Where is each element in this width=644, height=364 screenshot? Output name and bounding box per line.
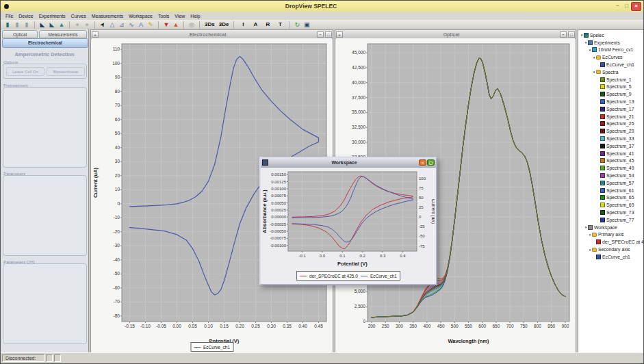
panel-collapse-button[interactable]: + bbox=[336, 31, 343, 38]
bipotentiostat-button[interactable]: Bipotentiostat bbox=[47, 67, 85, 76]
tab-electrochemical[interactable]: Electrochemical bbox=[2, 38, 88, 48]
tree-item-spectrum-29[interactable]: Spectrum_29 bbox=[578, 127, 643, 135]
tree-item-spectrum-77[interactable]: Spectrum_77 bbox=[578, 216, 643, 224]
workspace-close-button[interactable]: × bbox=[419, 159, 426, 166]
button-a[interactable]: A bbox=[250, 21, 261, 29]
tree-item-spectrum-65[interactable]: Spectrum_65 bbox=[578, 194, 643, 202]
tree-item-spectrum-9[interactable]: Spectrum_9 bbox=[578, 90, 643, 98]
tree-item-label: Primary axis bbox=[598, 232, 623, 237]
tree-item-spectrum-13[interactable]: Spectrum_13 bbox=[578, 98, 643, 105]
tree-item-spelec[interactable]: ▾Spelec bbox=[578, 31, 643, 39]
tree-item-spectrum-57[interactable]: Spectrum_57 bbox=[578, 179, 643, 187]
tree-item-spectrum-45[interactable]: Spectrum_45 bbox=[578, 157, 643, 165]
tree-item-eccurve-ch1[interactable]: EcCurve_ch1 bbox=[578, 253, 643, 261]
svg-text:0: 0 bbox=[363, 319, 365, 324]
tree-item-secondary-axis[interactable]: ▾Secondary axis bbox=[578, 246, 643, 253]
chip-icon bbox=[600, 129, 605, 133]
new-experiment-icon[interactable]: ▮ bbox=[3, 21, 12, 29]
button-r[interactable]: R bbox=[262, 21, 273, 29]
menu-item-tools[interactable]: Tools bbox=[155, 14, 172, 18]
tree-item-spectrum-17[interactable]: Spectrum_17 bbox=[578, 105, 643, 113]
stop-disabled-icon[interactable]: ● bbox=[83, 21, 91, 29]
toolbar-separator bbox=[199, 21, 200, 29]
tree-item-spectrum-69[interactable]: Spectrum_69 bbox=[578, 201, 643, 209]
tree-item-primary-axis[interactable]: ▾Primary axis bbox=[578, 231, 643, 239]
menu-item-file[interactable]: File bbox=[3, 14, 16, 18]
tree-item-spectrum-21[interactable]: Spectrum_21 bbox=[578, 113, 643, 120]
tree-item-10mm-ferro-cv1[interactable]: ▾10mM Ferro_cv1 bbox=[578, 47, 643, 54]
menu-item-measurements[interactable]: Measurements bbox=[89, 14, 126, 18]
tree-item-spectrum-49[interactable]: Spectrum_49 bbox=[578, 164, 643, 172]
toolbar-separator bbox=[34, 21, 35, 29]
button-t[interactable]: T bbox=[274, 21, 285, 29]
menu-item-curves[interactable]: Curves bbox=[68, 14, 89, 18]
open-experiment-icon[interactable]: ▮ bbox=[13, 21, 21, 29]
tree-item-eccurve-ch1[interactable]: EcCurve_ch1 bbox=[578, 61, 643, 68]
menu-item-help[interactable]: Help bbox=[188, 14, 203, 18]
chip-icon bbox=[600, 173, 605, 178]
workspace-maximize-button[interactable]: ▢ bbox=[427, 159, 435, 166]
marker-up-icon[interactable]: ▲ bbox=[172, 21, 180, 29]
panel-minimize-button[interactable]: − bbox=[560, 31, 567, 38]
tree-item-spectra[interactable]: ▾Spectra bbox=[578, 68, 643, 76]
button-i[interactable]: I bbox=[237, 21, 248, 29]
tree-item-spectrum-37[interactable]: Spectrum_37 bbox=[578, 142, 643, 150]
panel-maximize-button[interactable]: □ bbox=[325, 31, 332, 38]
workspace-panel-icon[interactable]: ▣ bbox=[302, 21, 311, 29]
main-area: Optical Measurements Electrochemical Amp… bbox=[1, 29, 643, 354]
panel-collapse-button[interactable]: + bbox=[92, 31, 99, 38]
menu-item-workspace[interactable]: Workspace bbox=[126, 14, 155, 18]
tree-item-spectrum-53[interactable]: Spectrum_53 bbox=[578, 172, 643, 179]
svg-text:0.00025: 0.00025 bbox=[271, 208, 286, 212]
tree-item-label: Spectrum_77 bbox=[606, 218, 634, 222]
optical-panel-title: Optical bbox=[344, 32, 559, 37]
workspace-chart[interactable]: -0.10.00.10.20.30.40.001500.001250.00100… bbox=[261, 168, 435, 268]
refresh-icon[interactable]: ↻ bbox=[293, 21, 301, 29]
tree-item-der-specroec-at-4[interactable]: der_SPECroEC at 4 bbox=[578, 238, 643, 246]
menu-item-device[interactable]: Device bbox=[16, 14, 36, 18]
marker-down-icon[interactable]: ▼ bbox=[162, 21, 170, 29]
tree-item-label: Spectrum_25 bbox=[606, 121, 634, 126]
svg-text:800: 800 bbox=[534, 324, 541, 328]
menu-item-view[interactable]: View bbox=[172, 14, 188, 18]
tree-item-spectrum-33[interactable]: Spectrum_33 bbox=[578, 135, 643, 142]
tab-optical[interactable]: Optical bbox=[2, 30, 38, 38]
cursor-tool-icon[interactable]: ➤ bbox=[97, 19, 109, 31]
pencil-tool-icon[interactable]: ✎ bbox=[146, 21, 155, 29]
tree-item-eccurves[interactable]: ▾EcCurves bbox=[578, 53, 643, 61]
workspace-titlebar[interactable]: Workspace × ▢ bbox=[261, 158, 436, 168]
panel-minimize-button[interactable]: − bbox=[317, 31, 324, 38]
minimize-button[interactable]: − bbox=[613, 3, 622, 10]
tree-item-spectrum-25[interactable]: Spectrum_25 bbox=[578, 120, 643, 128]
record-disabled-icon[interactable]: ● bbox=[73, 21, 81, 29]
tree-item-spectrum-1[interactable]: Spectrum_1 bbox=[578, 76, 643, 83]
folder-icon bbox=[596, 70, 601, 74]
tree-item-spectrum-41[interactable]: Spectrum_41 bbox=[578, 150, 643, 157]
slope-tool-icon[interactable]: ∿ bbox=[127, 21, 136, 29]
save-experiment-icon[interactable]: ▮ bbox=[23, 21, 31, 29]
annotate-text-icon[interactable]: A bbox=[137, 21, 145, 29]
tree-item-experiments[interactable]: ▾Experiments bbox=[578, 39, 643, 47]
titlebar[interactable]: DropView SPELEC − □ × bbox=[1, 1, 643, 12]
measure-height-icon[interactable]: ⊿ bbox=[118, 21, 126, 29]
tree-item-workspace[interactable]: ▾Workspace bbox=[578, 224, 643, 231]
start-measurement-icon[interactable]: ▲ bbox=[57, 21, 66, 29]
maximize-button[interactable]: □ bbox=[622, 3, 631, 10]
button-3ds[interactable]: 3Ds bbox=[203, 21, 216, 29]
run-spectroscopy-icon[interactable]: ◣ bbox=[48, 21, 56, 29]
menu-item-experiments[interactable]: Experiments bbox=[36, 14, 68, 18]
panel-maximize-button[interactable]: □ bbox=[568, 31, 575, 38]
toolbar-separator bbox=[289, 21, 289, 29]
measure-angle-icon[interactable]: △ bbox=[108, 21, 116, 29]
tree-item-label: EcCurve_ch1 bbox=[606, 62, 634, 67]
tab-measurements[interactable]: Measurements bbox=[39, 30, 87, 38]
target-icon[interactable]: ◎ bbox=[188, 21, 196, 29]
svg-text:Wavelength (nm): Wavelength (nm) bbox=[448, 338, 489, 344]
tree-item-spectrum-5[interactable]: Spectrum_5 bbox=[578, 83, 643, 91]
tree-item-spectrum-61[interactable]: Spectrum_61 bbox=[578, 187, 643, 194]
button-3de[interactable]: 3De bbox=[218, 21, 231, 29]
run-electrochemistry-icon[interactable]: ◣ bbox=[38, 21, 47, 29]
leave-cell-on-button[interactable]: Leave Cell On bbox=[6, 67, 44, 76]
close-button[interactable]: × bbox=[631, 2, 641, 11]
tree-item-spectrum-73[interactable]: Spectrum_73 bbox=[578, 209, 643, 216]
